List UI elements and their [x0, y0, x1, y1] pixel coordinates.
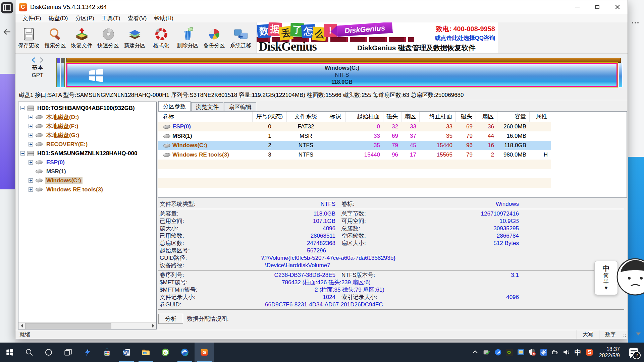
column-header-10[interactable]: 容量	[497, 112, 530, 122]
snowflake-icon[interactable]	[539, 346, 549, 359]
column-header-7[interactable]: 终止柱面	[420, 112, 456, 122]
partition-bar-msr[interactable]	[61, 58, 65, 87]
taskbar-file-explorer-button[interactable]	[136, 343, 156, 362]
column-header-4[interactable]: 起始柱面	[346, 112, 383, 122]
menu-item-4[interactable]: 查看(V)	[124, 14, 151, 22]
column-header-11[interactable]: 属性	[530, 112, 551, 122]
taskbar-store-button[interactable]	[97, 343, 117, 362]
ime-status-box[interactable]: 中 简 半 ♥	[594, 261, 618, 295]
close-button[interactable]	[607, 0, 628, 14]
tree-horizontal-scrollbar[interactable]	[18, 322, 156, 329]
tab-1[interactable]: 浏览文件	[191, 102, 223, 111]
table-row[interactable]: Windows(C:)2NTFS357945154409616118.0GB	[158, 141, 551, 150]
scrollbar-thumb[interactable]	[25, 323, 111, 329]
toolbar-quick-button[interactable]: 快速分区	[95, 22, 121, 53]
collapse-minus-icon[interactable]	[20, 106, 25, 110]
toolbar-backup-button[interactable]: 备份分区	[201, 22, 227, 53]
taskbar-task-view-button[interactable]	[58, 343, 78, 362]
toolbar-new-button[interactable]: 新建分区	[121, 22, 148, 53]
column-header-1[interactable]: 序号(状态)	[253, 112, 287, 122]
caret-down-icon[interactable]	[636, 333, 641, 336]
menu-item-3[interactable]: 工具(T)	[98, 14, 124, 22]
window-panel-icon[interactable]	[1, 2, 13, 13]
taskbar-cortana-button[interactable]	[39, 343, 58, 362]
tree-item-6[interactable]: ESP(0)	[18, 158, 156, 167]
intel-graphics-icon[interactable]	[516, 346, 526, 359]
expand-plus-icon[interactable]	[29, 142, 33, 146]
toolbar-format-button[interactable]: 格式化	[148, 22, 174, 53]
scroll-left-icon[interactable]	[18, 323, 25, 329]
power-icon[interactable]	[550, 346, 560, 359]
toolbar-search-button[interactable]: 搜索分区	[42, 22, 68, 53]
table-row[interactable]: ESP(0)0FAT3203233336936260.0MB	[158, 122, 551, 131]
taskbar-diskgenius-button[interactable]: G	[195, 343, 214, 362]
analyze-button[interactable]: 分析	[158, 314, 183, 324]
ad-banner[interactable]: 数据丢了怎么! DiskGenius DiskGenius 致电: 400-00…	[256, 22, 498, 53]
column-header-6[interactable]: 扇区	[401, 112, 420, 122]
cartoon-face-avatar[interactable]	[616, 257, 644, 296]
nav-right-icon[interactable]	[39, 57, 44, 63]
tree-item-1[interactable]: 本地磁盘(D:)	[18, 113, 156, 122]
minimize-button[interactable]	[567, 0, 587, 14]
back-arrow-icon[interactable]	[2, 27, 12, 37]
sogou-icon[interactable]	[584, 346, 594, 359]
titlebar[interactable]: G DiskGenius V5.4.3.1342 x64	[15, 0, 628, 14]
column-header-5[interactable]: 磁头	[383, 112, 401, 122]
resize-grip[interactable]	[622, 330, 628, 339]
banner-qq-link[interactable]: 或点击此处选择QQ咨询	[435, 34, 495, 42]
ime-mode-chinese[interactable]: 中	[603, 264, 610, 273]
expand-plus-icon[interactable]	[29, 178, 33, 183]
taskbar-word-button[interactable]: W	[117, 343, 136, 362]
collapse-minus-icon[interactable]	[20, 151, 25, 156]
partition-bar-windows-c[interactable]: Windows(C:) NTFS 118.0GB	[66, 63, 618, 87]
menu-item-0[interactable]: 文件(F)	[19, 14, 45, 22]
heart-icon[interactable]: ♥	[604, 285, 608, 291]
disk-header-strip[interactable]	[66, 58, 621, 63]
toolbar-recover-button[interactable]: 恢复文件	[68, 22, 95, 53]
taskbar-clock[interactable]: 18:37 2022/5/9	[596, 346, 623, 359]
taskbar-start-button[interactable]	[0, 343, 19, 362]
table-row[interactable]: MSR(1)1MSR33693735794416.0MB	[158, 131, 551, 141]
defender-alert-icon[interactable]	[527, 346, 537, 359]
ime-chinese-icon[interactable]: 中	[573, 346, 583, 359]
column-header-8[interactable]: 磁头	[456, 112, 476, 122]
tree-item-0[interactable]: HD0:TOSHIBAMQ04ABF100(932GB)	[18, 104, 156, 113]
column-header-2[interactable]: 文件系统	[287, 112, 325, 122]
taskbar-browser-360-button[interactable]: e	[156, 343, 175, 362]
expand-plus-icon[interactable]	[29, 160, 33, 165]
tray-expand-icon[interactable]	[470, 346, 480, 359]
ime-mode-halfwidth[interactable]: 半	[603, 279, 609, 285]
expand-plus-icon[interactable]	[29, 124, 33, 128]
maximize-button[interactable]	[587, 0, 607, 14]
more-icon[interactable]	[632, 22, 639, 24]
menu-item-2[interactable]: 分区(P)	[71, 14, 98, 22]
scroll-right-icon[interactable]	[150, 323, 156, 329]
bluebird-icon[interactable]	[493, 346, 503, 359]
tree-item-3[interactable]: 本地磁盘(G:)	[18, 131, 156, 140]
menu-item-1[interactable]: 磁盘(D)	[45, 14, 72, 22]
table-row[interactable]: Windows RE tools(3)3NTFS1544096171556579…	[158, 150, 551, 160]
taskbar-thunder-button[interactable]	[78, 343, 97, 362]
volume-icon[interactable]	[561, 346, 572, 359]
toolbar-migrate-button[interactable]: 系统迁移	[227, 22, 254, 53]
expand-plus-icon[interactable]	[29, 133, 33, 137]
taskbar-edge-button[interactable]	[175, 343, 195, 362]
ime-mode-simplified[interactable]: 简	[603, 273, 609, 279]
tab-0[interactable]: 分区参数	[158, 101, 191, 111]
nvidia-icon[interactable]	[504, 346, 515, 359]
tree-item-9[interactable]: Windows RE tools(3)	[18, 185, 156, 194]
column-header-0[interactable]: 卷标	[158, 112, 253, 122]
toolbar-save-button[interactable]: 保存更改	[15, 22, 42, 53]
action-center-button[interactable]: 2	[625, 343, 643, 362]
partition-bar-esp[interactable]	[56, 58, 60, 87]
tree-item-7[interactable]: MSR(1)	[18, 167, 156, 176]
tab-2[interactable]: 扇区编辑	[224, 102, 256, 111]
menu-item-5[interactable]: 帮助(H)	[150, 14, 177, 22]
tree-item-4[interactable]: RECOVERY(E:)	[18, 140, 156, 149]
column-header-9[interactable]: 扇区	[476, 112, 497, 122]
taskbar-search-button[interactable]	[19, 343, 39, 362]
toolbar-del-button[interactable]: 删除分区	[174, 22, 201, 53]
tree-item-5[interactable]: HD1:SAMSUNGMZNLN128HAHQ-000	[18, 149, 156, 158]
tree-item-2[interactable]: 本地磁盘(F:)	[18, 122, 156, 131]
expand-plus-icon[interactable]	[29, 115, 33, 119]
